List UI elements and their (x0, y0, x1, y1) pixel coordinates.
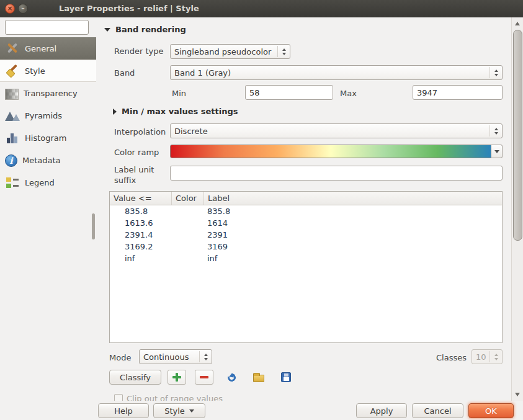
style-menu-label: Style (164, 406, 185, 416)
cancel-button[interactable]: Cancel (412, 403, 463, 418)
value-cell[interactable]: 835.8 (110, 205, 172, 217)
close-icon[interactable]: × (5, 4, 15, 14)
legend-icon (5, 175, 20, 190)
interpolation-select[interactable]: Discrete (170, 123, 503, 138)
spinner-icon (489, 351, 498, 362)
remove-icon (199, 372, 209, 382)
label-cell[interactable]: 835.8 (204, 205, 502, 217)
style-menu-button[interactable]: Style (153, 403, 205, 418)
sidebar-item-label: Legend (25, 178, 55, 187)
scroll-down-icon[interactable] (512, 390, 523, 400)
label-cell[interactable]: 3169 (204, 241, 502, 252)
value-cell[interactable]: 1613.6 (110, 217, 172, 229)
ok-button[interactable]: OK (468, 403, 514, 418)
column-header-value[interactable]: Value <= (110, 192, 172, 205)
refresh-icon (226, 372, 237, 383)
histogram-icon (5, 130, 20, 145)
transparency-icon (5, 89, 19, 100)
minimize-icon[interactable]: – (18, 4, 28, 14)
color-cell[interactable] (172, 217, 204, 229)
classification-table[interactable]: Value <= Color Label 835.8 835.8 16 (109, 191, 503, 343)
sidebar-item[interactable]: Transparency (0, 82, 96, 104)
band-value: Band 1 (Gray) (174, 68, 486, 78)
sidebar-scrollbar[interactable] (92, 213, 95, 239)
ok-button-label: OK (485, 406, 497, 416)
mode-label: Mode (109, 353, 131, 362)
color-cell[interactable] (172, 229, 204, 241)
style-panel: Band rendering Render type Singleband ps… (99, 17, 511, 401)
min-label: Min (172, 89, 186, 98)
sidebar-item-label: Histogram (25, 133, 66, 143)
pyramids-icon (5, 108, 20, 123)
open-folder-icon (253, 375, 264, 382)
sidebar-item-label: Pyramids (25, 111, 62, 120)
band-rendering-title: Band rendering (115, 25, 186, 34)
band-select[interactable]: Band 1 (Gray) (170, 65, 503, 80)
spinner-icon (277, 46, 286, 57)
column-header-color[interactable]: Color (172, 192, 204, 205)
dialog-footer: Help Style Apply Cancel OK (0, 401, 523, 420)
label-unit-suffix-input[interactable] (170, 166, 503, 181)
sidebar-item[interactable]: Metadata (0, 149, 96, 171)
add-icon (172, 372, 182, 382)
sidebar-item[interactable]: Pyramids (0, 104, 96, 127)
minmax-settings-section-header[interactable]: Min / max values settings (113, 107, 238, 116)
color-cell[interactable] (172, 205, 204, 217)
vertical-scrollbar[interactable] (511, 17, 523, 401)
label-cell[interactable]: 1614 (204, 217, 502, 229)
table-row[interactable]: 835.8 835.8 (110, 205, 502, 217)
table-header: Value <= Color Label (110, 192, 502, 205)
apply-button[interactable]: Apply (356, 403, 407, 418)
value-cell[interactable]: 3169.2 (110, 241, 172, 252)
column-header-label[interactable]: Label (204, 192, 502, 205)
render-type-label: Render type (114, 47, 163, 56)
color-ramp-preview[interactable] (170, 145, 491, 158)
label-unit-suffix-label: Label unit suffix (114, 165, 166, 186)
mode-select[interactable]: Continuous (139, 349, 212, 364)
toolbar-button[interactable] (195, 370, 213, 385)
value-cell[interactable]: inf (110, 252, 172, 264)
collapse-open-icon (104, 28, 110, 32)
clip-out-of-range-label: Clip out of range values (127, 394, 223, 401)
sidebar-item[interactable]: Histogram (0, 127, 96, 149)
interpolation-value: Discrete (174, 127, 486, 136)
sidebar-search-input[interactable] (5, 20, 89, 35)
table-row[interactable]: 1613.6 1614 (110, 217, 502, 229)
sidebar-item[interactable]: General (0, 37, 96, 60)
table-row[interactable]: 3169.2 3169 (110, 241, 502, 252)
titlebar[interactable]: × – Layer Properties - relief | Style (0, 0, 523, 17)
table-body: 835.8 835.8 1613.6 1614 (110, 205, 502, 264)
toolbar-button[interactable] (277, 370, 295, 385)
color-cell[interactable] (172, 252, 204, 264)
band-rendering-section-header[interactable]: Band rendering (104, 25, 186, 34)
label-cell[interactable]: 2391 (204, 229, 502, 241)
chevron-down-icon (189, 409, 194, 413)
table-row[interactable]: inf inf (110, 252, 502, 264)
render-type-select[interactable]: Singleband pseudocolor (170, 44, 290, 59)
toolbar-button[interactable] (222, 370, 241, 385)
toolbar-button[interactable] (249, 370, 268, 385)
spinner-icon (489, 67, 498, 78)
help-button[interactable]: Help (98, 403, 149, 418)
minmax-settings-title: Min / max values settings (122, 107, 238, 116)
scrollbar-handle[interactable] (513, 30, 522, 241)
max-input[interactable] (413, 85, 503, 100)
sidebar-item-label: General (25, 44, 56, 53)
color-cell[interactable] (172, 241, 204, 252)
help-button-label: Help (114, 406, 133, 416)
value-cell[interactable]: 2391.4 (110, 229, 172, 241)
sidebar: General Style Transparency Pyramids (0, 17, 96, 420)
table-row[interactable]: 2391.4 2391 (110, 229, 502, 241)
toolbar-button[interactable] (168, 370, 186, 385)
scroll-up-icon[interactable] (512, 19, 523, 29)
sidebar-item[interactable]: Style (0, 60, 96, 82)
chevron-down-icon (494, 150, 499, 153)
min-input[interactable] (245, 85, 333, 100)
sidebar-item[interactable]: Legend (0, 171, 96, 194)
sidebar-item-label: Metadata (22, 156, 61, 165)
label-cell[interactable]: inf (204, 252, 502, 264)
classes-value: 10 (476, 352, 486, 362)
color-ramp-dropdown-button[interactable] (491, 145, 503, 158)
metadata-icon (5, 154, 17, 167)
clip-out-of-range-checkbox (114, 394, 123, 401)
